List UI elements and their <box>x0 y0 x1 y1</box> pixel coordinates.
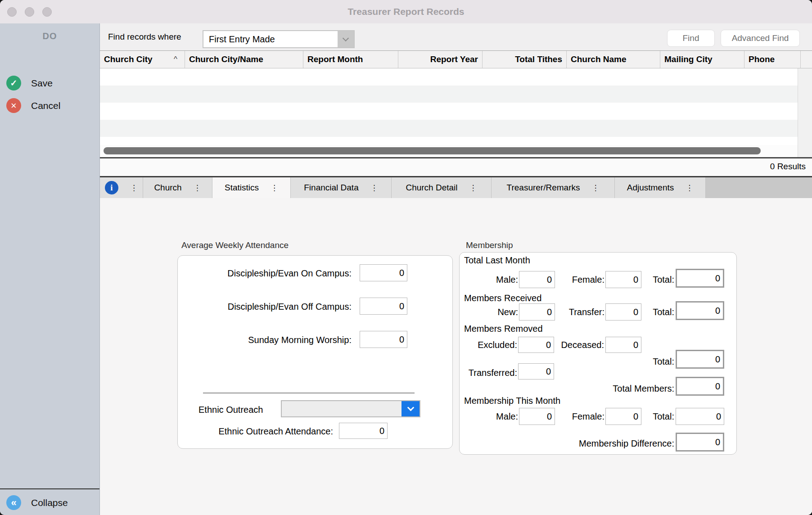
cancel-button[interactable]: × Cancel <box>6 98 60 113</box>
tab-info[interactable]: i ⋮ <box>100 177 143 198</box>
column-header-phone[interactable]: Phone <box>744 51 801 68</box>
column-header-mailing-city[interactable]: Mailing City <box>660 51 744 68</box>
chevron-down-icon <box>407 404 414 411</box>
tab-church[interactable]: Church ⋮ <box>143 177 212 198</box>
membership-difference-label: Membership Difference: <box>541 434 674 452</box>
tab-label: Financial Data <box>304 183 358 193</box>
collapse-chevrons-icon: « <box>6 495 21 510</box>
ethnic-outreach-label: Ethnic Outreach <box>198 401 263 418</box>
ethnic-outreach-attendance-input[interactable] <box>339 423 388 439</box>
column-header-report-month[interactable]: Report Month <box>303 51 398 68</box>
mtm-female-label: Female: <box>561 407 604 425</box>
window-close-button[interactable] <box>7 7 17 17</box>
table-row <box>100 120 798 137</box>
sidebar-header: DO <box>0 31 99 41</box>
tab-menu-icon[interactable]: ⋮ <box>686 184 693 192</box>
mtm-female-input[interactable] <box>605 408 641 425</box>
column-header-church-city-name[interactable]: Church City/Name <box>185 51 303 68</box>
tab-label: Treasurer/Remarks <box>507 183 580 193</box>
tab-menu-icon[interactable]: ⋮ <box>194 184 201 192</box>
horizontal-scrollbar[interactable] <box>100 145 798 157</box>
table-row <box>100 137 798 145</box>
ethnic-outreach-attendance-label: Ethnic Outreach Attendance: <box>178 423 333 440</box>
removed-deceased-input[interactable] <box>605 337 641 353</box>
sidebar: DO ✓ Save × Cancel « Collapse <box>0 23 100 515</box>
tlm-male-input[interactable] <box>519 271 555 288</box>
tab-menu-icon[interactable]: ⋮ <box>271 184 278 192</box>
discipleship-off-campus-label: Discipleship/Evan Off Campus: <box>178 298 352 316</box>
results-count: 0 Results <box>770 158 806 175</box>
received-new-input[interactable] <box>519 303 555 321</box>
mtm-male-label: Male: <box>469 407 518 425</box>
tab-treasurer-remarks[interactable]: Treasurer/Remarks ⋮ <box>492 177 615 198</box>
dropdown-button[interactable] <box>338 31 354 47</box>
column-header-church-city[interactable]: Church City ^ <box>100 51 185 68</box>
app-window: Treasurer Report Records DO ✓ Save × Can… <box>0 0 812 515</box>
cancel-x-icon: × <box>6 98 21 113</box>
tlm-male-label: Male: <box>469 271 518 289</box>
received-transfer-input[interactable] <box>605 303 641 321</box>
tlm-female-label: Female: <box>561 271 604 289</box>
tlm-total-label: Total: <box>646 271 674 289</box>
discipleship-on-campus-input[interactable] <box>360 264 407 281</box>
received-total-label: Total: <box>646 303 674 321</box>
tlm-female-input[interactable] <box>605 271 641 288</box>
tab-menu-icon[interactable]: ⋮ <box>370 184 378 192</box>
tab-menu-icon[interactable]: ⋮ <box>469 184 477 192</box>
membership-group-title: Membership <box>466 240 513 250</box>
attendance-group-title: Average Weekly Attendance <box>181 240 289 250</box>
column-label: Church City <box>104 51 153 68</box>
ethnic-outreach-dropdown[interactable] <box>281 400 420 417</box>
sunday-morning-worship-input[interactable] <box>360 331 407 348</box>
column-header-total-tithes[interactable]: Total Tithes <box>483 51 567 68</box>
column-header-church-name[interactable]: Church Name <box>567 51 660 68</box>
tab-bar: i ⋮ Church ⋮ Statistics ⋮ Financial Data… <box>100 177 812 198</box>
removed-transferred-input[interactable] <box>518 363 554 379</box>
tab-statistics[interactable]: Statistics ⋮ <box>212 177 291 198</box>
status-bar: 0 Results <box>100 158 812 176</box>
window-zoom-button[interactable] <box>42 7 52 17</box>
tab-church-detail[interactable]: Church Detail ⋮ <box>392 177 492 198</box>
membership-difference-input[interactable] <box>676 433 724 452</box>
horizontal-scrollbar-thumb[interactable] <box>104 147 761 154</box>
collapse-button[interactable]: « Collapse <box>6 495 68 510</box>
ethnic-outreach-dropdown-button[interactable] <box>401 401 420 416</box>
removed-deceased-label: Deceased: <box>559 336 604 353</box>
tab-adjustments[interactable]: Adjustments ⋮ <box>615 177 706 198</box>
removed-transferred-label: Transferred: <box>460 364 517 381</box>
removed-total-input[interactable] <box>676 350 724 369</box>
total-members-input[interactable] <box>676 377 724 396</box>
total-last-month-header: Total Last Month <box>464 255 530 266</box>
mtm-male-input[interactable] <box>519 408 555 425</box>
find-button[interactable]: Find <box>667 30 715 47</box>
removed-excluded-input[interactable] <box>518 337 554 353</box>
table-header: Church City ^ Church City/Name Report Mo… <box>100 50 812 68</box>
main-area: Find records where First Entry Made Find… <box>100 23 812 515</box>
save-button[interactable]: ✓ Save <box>6 76 53 90</box>
find-records-where-label: Find records where <box>108 23 181 50</box>
tab-menu-icon[interactable]: ⋮ <box>130 184 138 192</box>
total-members-label: Total Members: <box>586 379 674 398</box>
tab-menu-icon[interactable]: ⋮ <box>591 184 599 192</box>
removed-excluded-label: Excluded: <box>460 336 517 353</box>
find-field-dropdown[interactable]: First Entry Made <box>203 30 355 48</box>
advanced-find-button[interactable]: Advanced Find <box>721 30 800 47</box>
mtm-total-input[interactable] <box>676 408 724 425</box>
tab-financial-data[interactable]: Financial Data ⋮ <box>291 177 392 198</box>
received-new-label: New: <box>469 303 518 321</box>
discipleship-on-campus-label: Discipleship/Evan On Campus: <box>178 264 352 282</box>
window-title: Treasurer Report Records <box>0 0 812 23</box>
title-bar: Treasurer Report Records <box>0 0 812 23</box>
window-minimize-button[interactable] <box>25 7 34 17</box>
tab-label: Statistics <box>225 183 259 193</box>
received-transfer-label: Transfer: <box>561 303 604 321</box>
tlm-total-input[interactable] <box>676 269 724 288</box>
discipleship-off-campus-input[interactable] <box>360 298 407 315</box>
tabbar-filler <box>706 177 812 198</box>
column-header-report-year[interactable]: Report Year <box>398 51 483 68</box>
info-icon: i <box>105 181 118 194</box>
received-total-input[interactable] <box>676 301 724 320</box>
vertical-scrollbar-gutter[interactable] <box>798 68 812 157</box>
sort-asc-icon: ^ <box>174 51 177 68</box>
find-bar: Find records where First Entry Made Find… <box>100 23 812 50</box>
